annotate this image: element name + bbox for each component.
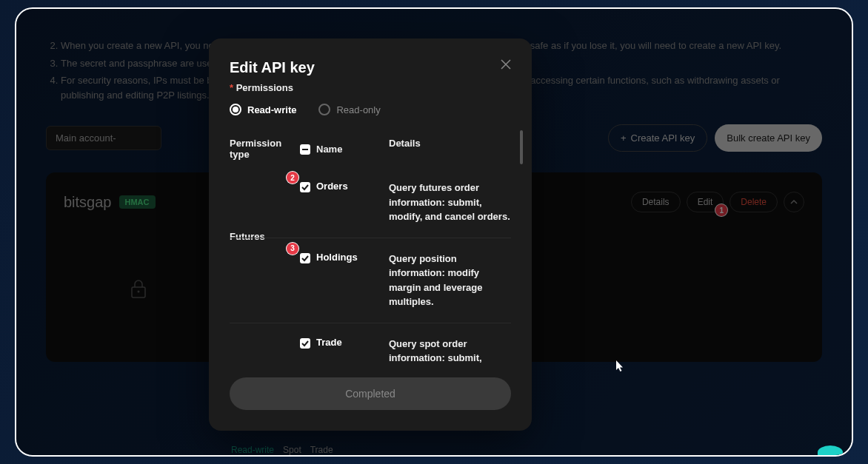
checkbox-partial-icon[interactable] <box>300 144 310 155</box>
radio-icon <box>230 104 241 115</box>
permission-row: Trade Query spot order information: subm… <box>230 323 511 369</box>
col-name: Name <box>300 138 389 160</box>
col-details: Details <box>389 138 511 160</box>
checkbox-orders[interactable] <box>300 182 310 192</box>
step-badge: 2 <box>287 172 298 184</box>
radio-icon <box>318 104 330 115</box>
edit-api-modal: Edit API key Permissions Read-write Read… <box>209 38 532 431</box>
permission-row: 2 Orders Query futures order information… <box>230 167 511 238</box>
modal-title: Edit API key <box>230 59 315 76</box>
completed-button[interactable]: Completed <box>230 377 511 410</box>
checkbox-holdings[interactable] <box>300 253 310 263</box>
scrollbar[interactable] <box>520 130 523 164</box>
radio-read-write[interactable]: Read-write <box>230 104 296 115</box>
radio-read-only[interactable]: Read-only <box>318 104 380 115</box>
permission-row: 3 Holdings Query position information: m… <box>230 238 511 323</box>
col-permission-type: Permission type <box>230 138 300 160</box>
close-icon[interactable] <box>501 59 511 73</box>
checkbox-trade[interactable] <box>300 338 310 349</box>
step-badge: 3 <box>287 243 298 255</box>
permissions-label: Permissions <box>230 82 511 93</box>
cursor-icon <box>616 360 625 374</box>
chat-bubble-icon[interactable] <box>818 445 843 457</box>
